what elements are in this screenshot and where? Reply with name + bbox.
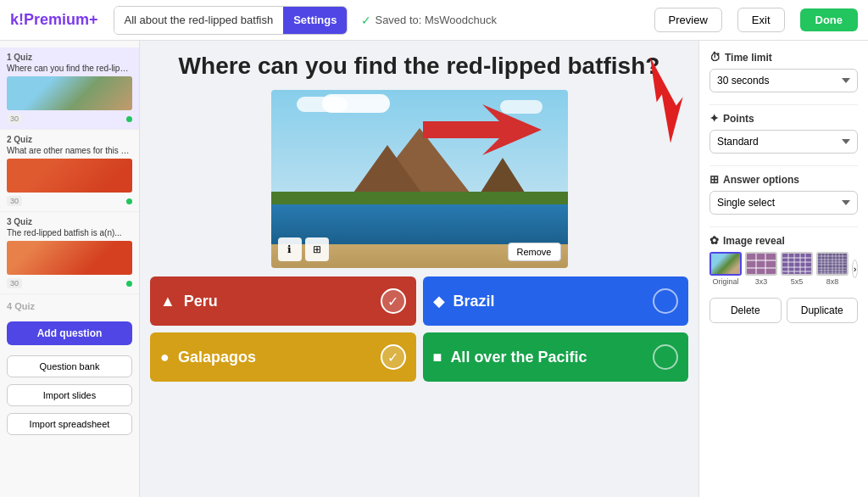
reveal-label-original: Original xyxy=(712,277,738,286)
reveal-thumb-original xyxy=(709,252,742,276)
answer-check-3 xyxy=(653,344,678,370)
question-image-container: ℹ ⊞ Remove xyxy=(271,90,568,268)
saved-checkmark: ✓ xyxy=(361,14,371,27)
right-panel: ⏱ Time limit 30 seconds ✦ Points Standar… xyxy=(698,41,868,497)
sidebar-item-3-dot xyxy=(126,281,132,287)
star-icon: ✦ xyxy=(709,112,719,125)
sidebar-item-1-question: Where can you find the red-lipped... xyxy=(7,64,132,73)
svg-rect-2 xyxy=(747,254,776,276)
sidebar-item-2-type: 2 Quiz xyxy=(7,135,132,144)
answer-card-0[interactable]: ▲ Peru ✓ xyxy=(150,276,416,326)
sidebar-item-1[interactable]: 1 Quiz Where can you find the red-lipped… xyxy=(0,47,139,130)
answer-text-2: Galapagos xyxy=(178,349,381,366)
answer-icon-1: ◆ xyxy=(433,292,445,310)
reveal-3x3[interactable]: 3x3 xyxy=(745,252,777,286)
sidebar-item-1-dot xyxy=(126,116,132,122)
sidebar: 1 Quiz Where can you find the red-lipped… xyxy=(0,41,140,497)
points-label: ✦ Points xyxy=(709,112,858,125)
panel-actions: Delete Duplicate xyxy=(709,298,858,323)
vegetation-layer xyxy=(271,192,568,204)
reveal-label-3x3: 3x3 xyxy=(755,277,768,286)
quiz-title: All about the red-lipped batfish xyxy=(114,7,284,34)
sidebar-item-3-thumb xyxy=(7,241,132,275)
image-reveal-label: ✿ Image reveal xyxy=(709,234,858,247)
reveal-grid-3x3 xyxy=(747,254,776,276)
time-limit-section: ⏱ Time limit 30 seconds xyxy=(709,51,858,92)
title-bar: All about the red-lipped batfish Setting… xyxy=(114,6,348,35)
reveal-8x8[interactable]: 8x8 xyxy=(816,252,849,286)
exit-button[interactable]: Exit xyxy=(737,8,785,32)
reveal-grid-5x5 xyxy=(782,254,811,276)
sidebar-item-2[interactable]: 2 Quiz What are other names for this cre… xyxy=(0,130,139,212)
reveal-thumb-5x5 xyxy=(781,252,813,276)
answer-card-1[interactable]: ◆ Brazil xyxy=(423,276,689,326)
sidebar-item-1-meta: 30 xyxy=(7,114,132,124)
svg-rect-7 xyxy=(782,254,811,276)
app-logo: k!Premium+ xyxy=(10,11,98,29)
grid-icon: ⊞ xyxy=(709,173,719,186)
reveal-label-8x8: 8x8 xyxy=(826,277,839,286)
reveal-thumb-3x3 xyxy=(745,252,777,276)
reveal-thumb-8x8 xyxy=(816,252,849,276)
answer-icon-2: ● xyxy=(160,349,170,366)
cloud-3 xyxy=(500,100,542,114)
question-text: Where can you find the red-lipped batfis… xyxy=(150,51,688,81)
answer-text-3: All over the Pacific xyxy=(450,349,653,366)
question-bank-button[interactable]: Question bank xyxy=(7,355,132,377)
answer-check-2: ✓ xyxy=(381,344,406,370)
answer-check-1 xyxy=(653,288,678,314)
duplicate-button[interactable]: Duplicate xyxy=(787,298,859,323)
sidebar-item-2-question: What are other names for this crea... xyxy=(7,146,132,155)
reveal-options-row: Original 3x3 xyxy=(709,252,858,286)
question-editor: Where can you find the red-lipped batfis… xyxy=(140,41,698,497)
answer-options-select[interactable]: Single select xyxy=(709,191,858,215)
sidebar-item-2-num: 30 xyxy=(7,196,22,206)
reveal-label-5x5: 5x5 xyxy=(791,277,804,286)
sidebar-item-3[interactable]: 3 Quiz The red-lipped batfish is a(n)...… xyxy=(0,212,139,294)
divider-1 xyxy=(709,104,858,105)
answer-text-0: Peru xyxy=(184,293,381,310)
settings-button[interactable]: Settings xyxy=(283,7,347,34)
preview-button[interactable]: Preview xyxy=(654,8,722,32)
divider-3 xyxy=(709,226,858,227)
reveal-icon: ✿ xyxy=(709,234,719,247)
delete-button[interactable]: Delete xyxy=(709,298,782,323)
saved-label: Saved to: MsWoodchuck xyxy=(375,14,497,26)
answer-options-section: ⊞ Answer options Single select xyxy=(709,173,858,215)
answer-card-3[interactable]: ■ All over the Pacific xyxy=(423,332,689,382)
image-toolbar: ℹ ⊞ xyxy=(278,237,329,261)
remove-image-button[interactable]: Remove xyxy=(508,243,561,261)
cloud-2 xyxy=(322,94,390,113)
image-reveal-section: ✿ Image reveal Original xyxy=(709,234,858,286)
time-limit-label: ⏱ Time limit xyxy=(709,51,858,64)
image-edit-button[interactable]: ⊞ xyxy=(305,237,329,261)
answer-options: ▲ Peru ✓ ◆ Brazil ● Galapagos ✓ ■ All ov… xyxy=(150,276,688,382)
points-section: ✦ Points Standard xyxy=(709,112,858,154)
image-info-button[interactable]: ℹ xyxy=(278,237,302,261)
time-limit-select[interactable]: 30 seconds xyxy=(709,69,858,92)
sidebar-item-3-question: The red-lipped batfish is a(n)... xyxy=(7,228,132,237)
reveal-grid-8x8 xyxy=(818,254,847,276)
saved-indicator: ✓ Saved to: MsWoodchuck xyxy=(361,14,497,27)
import-slides-button[interactable]: Import slides xyxy=(7,384,132,406)
sidebar-item-1-type: 1 Quiz xyxy=(7,53,132,62)
done-button[interactable]: Done xyxy=(800,8,859,31)
sidebar-item-2-dot xyxy=(126,198,132,204)
answer-text-1: Brazil xyxy=(453,293,654,310)
reveal-options: Original 3x3 xyxy=(709,252,849,286)
divider-2 xyxy=(709,165,858,166)
import-spreadsheet-button[interactable]: Import spreadsheet xyxy=(7,413,132,435)
points-select[interactable]: Standard xyxy=(709,130,858,154)
answer-icon-3: ■ xyxy=(433,349,442,366)
header: k!Premium+ All about the red-lipped batf… xyxy=(0,0,868,41)
reveal-5x5[interactable]: 5x5 xyxy=(781,252,813,286)
add-question-button[interactable]: Add question xyxy=(7,321,132,345)
answer-icon-0: ▲ xyxy=(160,293,175,310)
sidebar-item-2-thumb xyxy=(7,159,132,193)
reveal-original[interactable]: Original xyxy=(709,252,742,286)
reveal-scroll-right-button[interactable]: › xyxy=(852,260,858,278)
main-layout: 1 Quiz Where can you find the red-lipped… xyxy=(0,41,868,497)
sidebar-item-2-meta: 30 xyxy=(7,196,132,206)
answer-card-2[interactable]: ● Galapagos ✓ xyxy=(150,332,416,382)
sidebar-item-3-meta: 30 xyxy=(7,278,132,288)
